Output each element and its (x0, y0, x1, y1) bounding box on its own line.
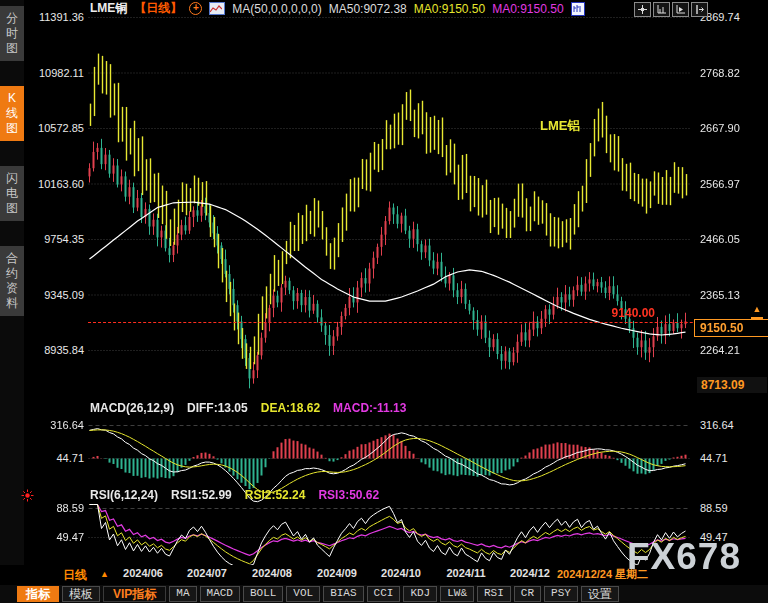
macd-axis-mid-left: 44.71 (24, 451, 84, 465)
macd-readout-row: MACD(26,12,9) DIFF:13.05 DEA:18.62 MACD:… (90, 401, 406, 415)
chart-header: LME铜 【日线】 + MA(50,0,0,0,0,0) MA50:9072.3… (90, 1, 585, 16)
toolbar-item-VIP指标[interactable]: VIP指标 (103, 586, 166, 602)
toolbar-item-MA[interactable]: MA (169, 586, 196, 602)
sidebar-tab-label: 闪电图 (6, 171, 19, 216)
y-axis-label-left: 9345.09 (24, 288, 84, 302)
toolbar-item-CR[interactable]: CR (514, 586, 541, 602)
sidebar-tab-2[interactable]: 闪电图 (0, 166, 24, 221)
y-axis-label-right: 2667.90 (700, 121, 764, 135)
zoom-axes-icon[interactable] (653, 2, 670, 17)
sidebar-tab-1[interactable]: K线图 (0, 86, 24, 141)
toolbar-item-VOL[interactable]: VOL (286, 586, 320, 602)
bottom-toolbar: 指标模板VIP指标MAMACDBOLLVOLBIASCCIKDJLW&RSICR… (0, 585, 768, 603)
y-axis-label-right: 2365.13 (700, 288, 764, 302)
y-axis-label-left: 10982.11 (24, 66, 84, 80)
toolbar-item-CCI[interactable]: CCI (367, 586, 401, 602)
macd-diff-value: DIFF:13.05 (187, 401, 248, 415)
app-window: 分时图K线图闪电图合约资料 LME铜 【日线】 + MA(50,0,0,0,0,… (0, 0, 768, 603)
ma0-yellow-value: MA0:9150.50 (414, 2, 485, 16)
price-chart-canvas[interactable] (88, 17, 690, 565)
toolbar-item-RSI[interactable]: RSI (477, 586, 511, 602)
y-axis-label-right: 2869.74 (700, 10, 764, 24)
toolbar-item-PSY[interactable]: PSY (544, 586, 578, 602)
crosshair-icon[interactable] (634, 2, 651, 17)
rsi-axis-mid-left: 49.47 (24, 530, 84, 544)
toolbar-item-BIAS[interactable]: BIAS (323, 586, 363, 602)
macd-dea-value: DEA:18.62 (261, 401, 320, 415)
symbol-title: LME铜 (90, 0, 127, 17)
add-overlay-icon[interactable]: + (189, 2, 202, 15)
y-axis-label-left: 10163.60 (24, 177, 84, 191)
ma-settings-label: MA(50,0,0,0,0,0) (232, 2, 321, 16)
x-axis-date: 2024/08 (252, 567, 292, 579)
x-axis-date: 2024/07 (187, 567, 227, 579)
period-selector[interactable]: 日线 (63, 567, 87, 584)
toolbar-item-KDJ[interactable]: KDJ (403, 586, 437, 602)
ma50-value: MA50:9072.38 (329, 2, 407, 16)
toolbar-item-指标[interactable]: 指标 (17, 586, 59, 602)
period-low-badge: 8713.09 (697, 377, 767, 393)
last-price-badge: 9150.50 (694, 319, 768, 337)
x-axis-date: 2024/09 (317, 567, 357, 579)
header-tool-buttons (634, 2, 708, 17)
rsi3-value: RSI3:50.62 (318, 488, 379, 502)
x-axis-date: 2024/10 (381, 567, 421, 579)
rsi-readout-row: RSI(6,12,24) RSI1:52.99 RSI2:52.24 RSI3:… (90, 488, 379, 502)
left-sidebar: 分时图K线图闪电图合约资料 (0, 0, 24, 565)
y-axis-label-right: 2264.21 (700, 343, 764, 357)
play-chart-icon[interactable] (672, 2, 689, 17)
x-axis-date: 2024/06 (123, 567, 163, 579)
toolbar-item-模板[interactable]: 模板 (62, 586, 100, 602)
y-axis-label-left: 9754.35 (24, 232, 84, 246)
x-axis-date: 2024/12 (510, 567, 550, 579)
macd-macd-value: MACD:-11.13 (333, 401, 406, 415)
chart-thumb-icon[interactable] (209, 2, 225, 15)
ma0-magenta-value: MA0:9150.50 (492, 2, 563, 16)
indicator-settings-icon[interactable] (571, 2, 585, 16)
macd-axis-top-right: 316.64 (700, 418, 764, 432)
y-axis-label-right: 2566.97 (700, 177, 764, 191)
price-arrow-icon[interactable]: ▲ (751, 305, 763, 319)
alert-icon[interactable] (21, 488, 34, 506)
y-axis-label-right: 2466.05 (700, 232, 764, 246)
period-tag: 【日线】 (134, 0, 182, 17)
y-axis-label-left: 8935.84 (24, 343, 84, 357)
aluminum-series-label: LME铝 (540, 117, 580, 135)
sidebar-tab-label: K线图 (6, 91, 19, 136)
x-axis-date: 2024/11 (446, 567, 485, 579)
macd-axis-top-left: 316.64 (24, 418, 84, 432)
rsi-title: RSI(6,12,24) (90, 488, 158, 502)
macd-title: MACD(26,12,9) (90, 401, 174, 415)
reference-price-label: 9140.00 (560, 306, 655, 320)
rsi2-value: RSI2:52.24 (245, 488, 306, 502)
toolbar-item-LW&[interactable]: LW& (440, 586, 474, 602)
y-axis-label-left: 10572.85 (24, 121, 84, 135)
y-axis-label-right: 2768.82 (700, 66, 764, 80)
sidebar-tab-label: 分时图 (6, 11, 19, 56)
period-dropdown-icon[interactable]: ▲ (100, 569, 109, 579)
reference-price-line (88, 322, 768, 323)
sidebar-tab-0[interactable]: 分时图 (0, 6, 24, 61)
toolbar-item-设置[interactable]: 设置 (581, 586, 619, 602)
sidebar-tab-3[interactable]: 合约资料 (0, 246, 24, 316)
toolbar-item-MACD[interactable]: MACD (200, 586, 240, 602)
watermark: FX678 (627, 538, 741, 575)
rsi1-value: RSI1:52.99 (171, 488, 232, 502)
y-axis-label-left: 11391.36 (24, 10, 84, 24)
pan-right-icon[interactable] (691, 2, 708, 17)
toolbar-item-BOLL[interactable]: BOLL (243, 586, 283, 602)
sidebar-tab-label: 合约资料 (6, 251, 19, 311)
macd-axis-mid-right: 44.71 (700, 451, 764, 465)
rsi-axis-top-right: 88.59 (700, 501, 764, 515)
